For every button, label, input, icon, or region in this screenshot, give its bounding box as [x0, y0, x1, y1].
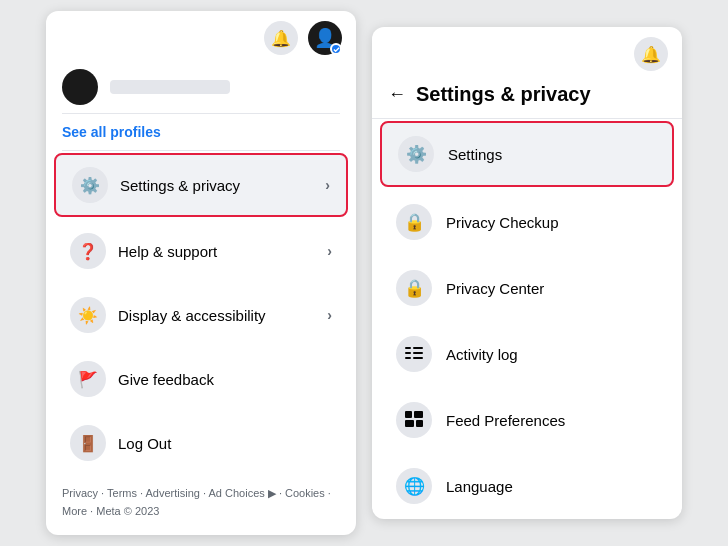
privacy-center-label: Privacy Center — [446, 280, 544, 297]
activity-log-label: Activity log — [446, 346, 518, 363]
settings-privacy-label: Settings & privacy — [120, 177, 240, 194]
activity-log-icon — [396, 336, 432, 372]
divider-mid — [62, 150, 340, 151]
give-feedback-label: Give feedback — [118, 371, 214, 388]
chevron-right-icon-2: › — [327, 243, 332, 259]
display-accessibility-icon: ☀️ — [70, 297, 106, 333]
help-support-label: Help & support — [118, 243, 217, 260]
bell-icon-left[interactable]: 🔔 — [264, 21, 298, 55]
svg-rect-8 — [405, 420, 414, 427]
language-label: Language — [446, 478, 513, 495]
bell-icon-right[interactable]: 🔔 — [634, 37, 668, 71]
footer-text: Privacy · Terms · Advertising · Ad Choic… — [62, 487, 331, 517]
checkmark-badge — [330, 43, 342, 55]
feed-preferences-icon — [396, 402, 432, 438]
left-panel: 🔔 👤 See all profiles ⚙️ Settings & priva… — [46, 11, 356, 534]
settings-label: Settings — [448, 146, 502, 163]
right-top-bar: 🔔 — [372, 27, 682, 75]
svg-rect-4 — [405, 357, 411, 359]
give-feedback-icon: 🚩 — [70, 361, 106, 397]
avatar-icon[interactable]: 👤 — [308, 21, 342, 55]
svg-rect-6 — [405, 411, 412, 418]
svg-rect-1 — [413, 347, 423, 349]
menu-item-settings-privacy[interactable]: ⚙️ Settings & privacy › — [54, 153, 348, 217]
settings-icon: ⚙️ — [398, 136, 434, 172]
privacy-checkup-label: Privacy Checkup — [446, 214, 559, 231]
avatar — [62, 69, 98, 105]
chevron-right-icon-3: › — [327, 307, 332, 323]
right-panel: 🔔 ← Settings & privacy ⚙️ Settings 🔒 Pri… — [372, 27, 682, 519]
feed-preferences-label: Feed Preferences — [446, 412, 565, 429]
menu-item-give-feedback[interactable]: 🚩 Give feedback — [54, 349, 348, 409]
right-menu-item-privacy-checkup[interactable]: 🔒 Privacy Checkup — [380, 191, 674, 253]
right-panel-title: Settings & privacy — [416, 83, 591, 106]
see-all-profiles-link[interactable]: See all profiles — [46, 114, 356, 150]
svg-rect-9 — [416, 420, 423, 427]
svg-rect-7 — [414, 411, 423, 418]
back-arrow-icon[interactable]: ← — [388, 84, 406, 105]
svg-rect-3 — [413, 352, 423, 354]
settings-privacy-icon: ⚙️ — [72, 167, 108, 203]
footer: Privacy · Terms · Advertising · Ad Choic… — [46, 475, 356, 534]
right-menu-item-feed-preferences[interactable]: Feed Preferences — [380, 389, 674, 451]
display-accessibility-label: Display & accessibility — [118, 307, 266, 324]
privacy-center-icon: 🔒 — [396, 270, 432, 306]
profile-name — [110, 80, 230, 94]
help-support-icon: ❓ — [70, 233, 106, 269]
privacy-checkup-icon: 🔒 — [396, 204, 432, 240]
menu-item-display-accessibility[interactable]: ☀️ Display & accessibility › — [54, 285, 348, 345]
svg-rect-2 — [405, 352, 411, 354]
left-top-bar: 🔔 👤 — [46, 11, 356, 59]
svg-rect-5 — [413, 357, 423, 359]
right-menu-item-activity-log[interactable]: Activity log — [380, 323, 674, 385]
right-menu-item-language[interactable]: 🌐 Language — [380, 455, 674, 517]
log-out-label: Log Out — [118, 435, 171, 452]
right-header: ← Settings & privacy — [372, 75, 682, 119]
menu-item-help-support[interactable]: ❓ Help & support › — [54, 221, 348, 281]
language-icon: 🌐 — [396, 468, 432, 504]
right-menu-item-settings[interactable]: ⚙️ Settings — [380, 121, 674, 187]
log-out-icon: 🚪 — [70, 425, 106, 461]
right-menu-item-privacy-center[interactable]: 🔒 Privacy Center — [380, 257, 674, 319]
profile-row — [46, 59, 356, 113]
menu-item-log-out[interactable]: 🚪 Log Out — [54, 413, 348, 473]
svg-rect-0 — [405, 347, 411, 349]
chevron-right-icon: › — [325, 177, 330, 193]
